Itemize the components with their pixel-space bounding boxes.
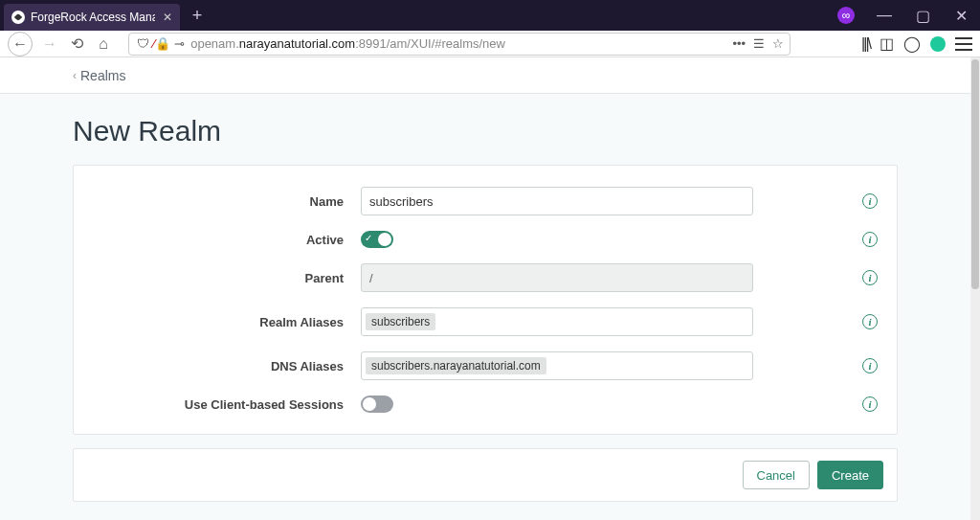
active-toggle[interactable]: ✓ xyxy=(361,231,393,248)
realm-alias-tag[interactable]: subscribers xyxy=(366,313,435,330)
browser-titlebar: ForgeRock Access Managemen ✕ + ∞ — ▢ ✕ xyxy=(0,0,980,31)
sessions-toggle[interactable] xyxy=(361,396,393,413)
shield-icon: 🛡 xyxy=(137,36,149,51)
parent-input xyxy=(361,263,753,292)
dns-aliases-label: DNS Aliases xyxy=(93,359,361,373)
info-icon[interactable]: i xyxy=(862,314,878,329)
page-viewport: ‹ Realms New Realm Name i Active ✓ xyxy=(0,57,980,520)
minimize-button[interactable]: — xyxy=(865,0,903,31)
breadcrumb-label: Realms xyxy=(80,68,125,83)
check-icon: ✓ xyxy=(365,233,372,243)
name-input[interactable] xyxy=(361,187,753,215)
account-icon[interactable]: ◯ xyxy=(903,34,921,53)
security-icons: 🛡 ⁄🔒 ⊸ xyxy=(137,36,185,51)
vertical-scrollbar[interactable] xyxy=(970,57,980,520)
action-bar: Cancel Create xyxy=(73,448,898,502)
tab-favicon xyxy=(11,11,25,24)
extension-badge[interactable]: ∞ xyxy=(827,0,865,31)
close-window-button[interactable]: ✕ xyxy=(942,0,980,31)
extension-green-icon[interactable] xyxy=(930,36,946,52)
nav-back-button[interactable]: ← xyxy=(8,32,33,57)
url-text: openam.narayanatutorial.com:8991/am/XUI/… xyxy=(190,36,505,51)
info-icon[interactable]: i xyxy=(862,270,878,285)
more-icon[interactable]: ••• xyxy=(732,36,746,51)
realm-aliases-input[interactable]: subscribers xyxy=(361,307,753,336)
key-icon: ⊸ xyxy=(174,36,185,51)
maximize-button[interactable]: ▢ xyxy=(903,0,942,31)
library-icon[interactable]: |||\ xyxy=(861,35,870,53)
page-title: New Realm xyxy=(73,115,970,147)
sidebar-icon[interactable]: ◫ xyxy=(880,34,894,53)
dns-aliases-input[interactable]: subscribers.narayanatutorial.com xyxy=(361,351,753,380)
create-button[interactable]: Create xyxy=(817,461,883,489)
info-icon[interactable]: i xyxy=(862,358,878,373)
home-button[interactable]: ⌂ xyxy=(94,34,113,54)
browser-toolbar: ← → ⟲ ⌂ 🛡 ⁄🔒 ⊸ openam.narayanatutorial.c… xyxy=(0,31,980,57)
breadcrumb-realms-link[interactable]: ‹ Realms xyxy=(73,68,125,83)
breadcrumb-bar: ‹ Realms xyxy=(0,57,970,94)
window-buttons: ∞ — ▢ ✕ xyxy=(827,0,980,31)
chevron-left-icon: ‹ xyxy=(73,69,77,82)
info-icon[interactable]: i xyxy=(862,193,878,209)
info-icon[interactable]: i xyxy=(862,232,878,247)
tab-title: ForgeRock Access Managemen xyxy=(31,11,155,24)
active-label: Active xyxy=(93,233,361,247)
nav-forward-button[interactable]: → xyxy=(40,34,59,54)
tab-close-icon[interactable]: ✕ xyxy=(161,11,174,24)
realm-aliases-label: Realm Aliases xyxy=(93,315,361,329)
cancel-button[interactable]: Cancel xyxy=(743,461,810,489)
app-menu-button[interactable] xyxy=(955,37,972,51)
toolbar-right: |||\ ◫ ◯ xyxy=(861,34,972,53)
dns-alias-tag[interactable]: subscribers.narayanatutorial.com xyxy=(366,357,546,374)
form-card: Name i Active ✓ i Parent xyxy=(73,165,898,435)
info-icon[interactable]: i xyxy=(862,396,878,412)
new-tab-button[interactable]: + xyxy=(186,4,209,27)
browser-tab[interactable]: ForgeRock Access Managemen ✕ xyxy=(4,4,180,31)
bookmark-star-icon[interactable]: ☆ xyxy=(772,36,784,51)
sessions-label: Use Client-based Sessions xyxy=(93,397,361,412)
name-label: Name xyxy=(93,194,361,209)
page-content: ‹ Realms New Realm Name i Active ✓ xyxy=(0,57,970,520)
parent-label: Parent xyxy=(93,271,361,285)
reload-button[interactable]: ⟲ xyxy=(67,34,86,54)
url-bar[interactable]: 🛡 ⁄🔒 ⊸ openam.narayanatutorial.com:8991/… xyxy=(128,33,791,56)
lock-struck-icon: ⁄🔒 xyxy=(153,36,170,51)
reader-icon[interactable]: ☰ xyxy=(753,36,765,51)
